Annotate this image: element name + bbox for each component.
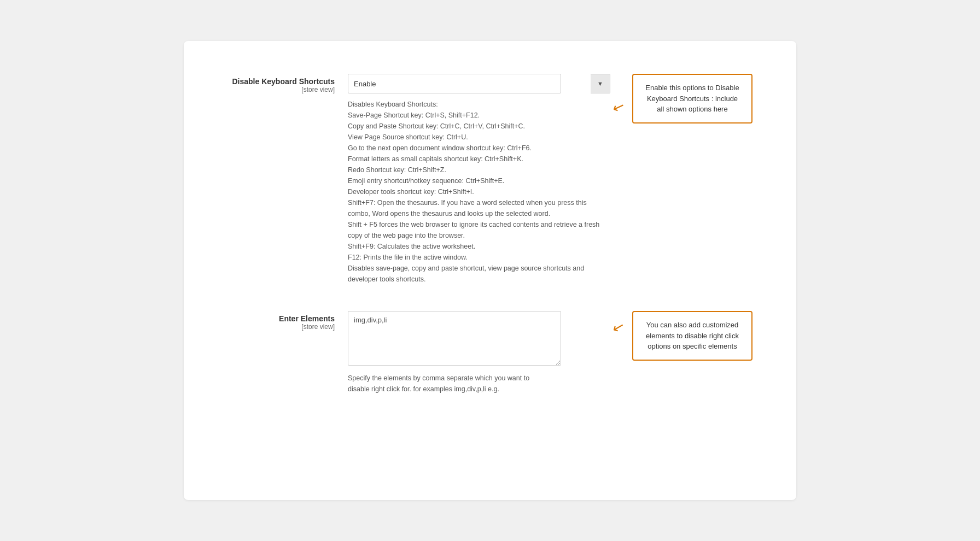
field-label-col-elements: Enter Elements [store view] xyxy=(206,311,348,331)
desc-line-0: Disables Keyboard Shortcuts: xyxy=(348,101,438,108)
enter-elements-description: Specify the elements by comma separate w… xyxy=(348,373,610,395)
desc-line-4: Go to the next open document window shor… xyxy=(348,144,532,152)
callout-arrow-top-icon: ↙ xyxy=(611,319,626,336)
enter-elements-store-view: [store view] xyxy=(206,323,335,331)
enter-elements-callout-col: ↙ You can also add customized elements t… xyxy=(632,311,752,361)
keyboard-shortcuts-select[interactable]: Enable Disable xyxy=(348,74,561,93)
dropdown-arrow-icon: ▼ xyxy=(597,80,603,87)
desc-line-5: Format letters as small capitals shortcu… xyxy=(348,155,523,163)
callout-arrow-icon: ↙ xyxy=(610,98,627,115)
enter-elements-callout-box: ↙ You can also add customized elements t… xyxy=(632,311,752,361)
enter-elements-textarea[interactable]: img,div,p,li xyxy=(348,311,561,366)
elements-desc-line-0: Specify the elements by comma separate w… xyxy=(348,374,529,382)
desc-line-13: Disables save-page, copy and paste short… xyxy=(348,264,584,283)
enter-elements-section: Enter Elements [store view] img,div,p,li… xyxy=(206,311,774,395)
keyboard-shortcuts-label: Disable Keyboard Shortcuts xyxy=(206,77,335,86)
keyboard-shortcuts-store-view: [store view] xyxy=(206,86,335,93)
desc-line-8: Developer tools shortcut key: Ctrl+Shift… xyxy=(348,188,474,196)
field-label-col-keyboard: Disable Keyboard Shortcuts [store view] xyxy=(206,74,348,93)
desc-line-9: Shift+F7: Open the thesaurus. If you hav… xyxy=(348,199,587,217)
desc-line-2: Copy and Paste Shortcut key: Ctrl+C, Ctr… xyxy=(348,122,525,130)
desc-line-6: Redo Shortcut key: Ctrl+Shift+Z. xyxy=(348,166,446,174)
keyboard-shortcuts-callout-text: Enable this options to Disable Keyboard … xyxy=(645,84,739,113)
keyboard-shortcuts-description: Disables Keyboard Shortcuts: Save-Page S… xyxy=(348,99,610,285)
select-arrow-button[interactable]: ▼ xyxy=(591,74,610,93)
keyboard-shortcuts-section: Disable Keyboard Shortcuts [store view] … xyxy=(206,74,774,285)
desc-line-11: Shift+F9: Calculates the active workshee… xyxy=(348,243,475,250)
desc-line-10: Shift + F5 forces the web browser to ign… xyxy=(348,221,599,239)
desc-line-3: View Page Source shortcut key: Ctrl+U. xyxy=(348,133,468,141)
keyboard-shortcuts-callout-box: ↙ Enable this options to Disable Keyboar… xyxy=(632,74,752,124)
enter-elements-content: img,div,p,li Specify the elements by com… xyxy=(348,311,610,395)
enter-elements-label: Enter Elements xyxy=(206,314,335,323)
elements-desc-line-1: disable right click for. for examples im… xyxy=(348,385,499,393)
enter-elements-callout-text: You can also add customized elements to … xyxy=(646,321,739,350)
keyboard-shortcuts-callout-col: ↙ Enable this options to Disable Keyboar… xyxy=(632,74,752,124)
desc-line-1: Save-Page Shortcut key: Ctrl+S, Shift+F1… xyxy=(348,111,480,119)
desc-line-12: F12: Prints the file in the active windo… xyxy=(348,254,468,261)
main-card: Disable Keyboard Shortcuts [store view] … xyxy=(184,41,796,500)
keyboard-shortcuts-select-wrapper: Enable Disable ▼ xyxy=(348,74,610,93)
keyboard-shortcuts-content: Enable Disable ▼ Disables Keyboard Short… xyxy=(348,74,610,285)
desc-line-7: Emoji entry shortcut/hotkey sequence: Ct… xyxy=(348,177,504,185)
